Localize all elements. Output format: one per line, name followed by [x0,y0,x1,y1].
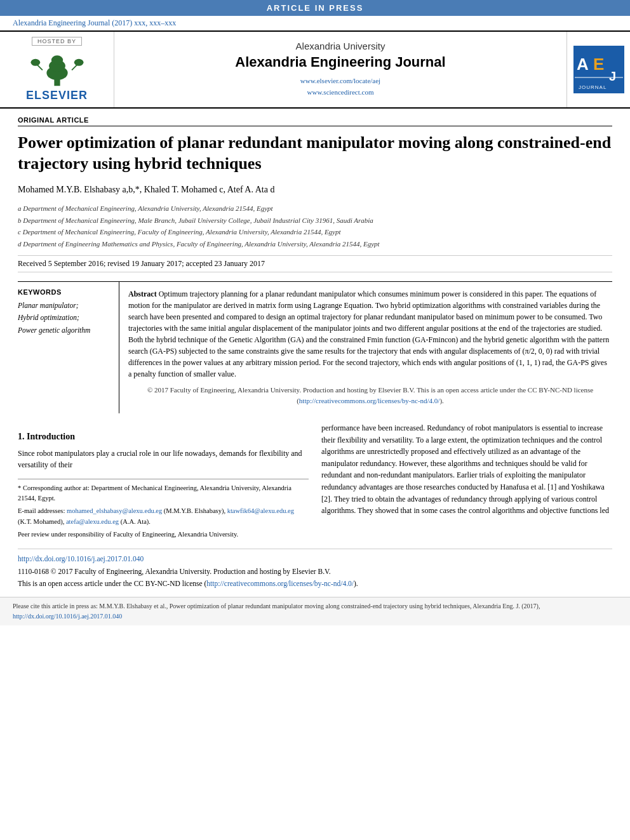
cc-link[interactable]: http://creativecommons.org/licenses/by-n… [299,397,440,404]
svg-text:A: A [577,55,589,74]
hosted-by-label: HOSTED BY [32,37,82,46]
open-access-text: This is an open access article under the… [18,580,358,587]
svg-text:JOURNAL: JOURNAL [579,84,607,90]
journal-links: www.elsevier.com/locate/aej www.scienced… [300,76,380,98]
affiliations: a Department of Mechanical Engineering, … [18,203,612,250]
journal-name: Alexandria Engineering Journal [235,54,445,70]
keyword-1: Planar manipulator; [18,300,112,312]
affil-a: a Department of Mechanical Engineering, … [18,203,612,215]
keyword-2: Hybrid optimization; [18,312,112,324]
open-access-prefix: This is an open access article under the… [18,580,206,587]
svg-text:J: J [609,69,616,83]
aej-badge-icon: A E J JOURNAL [573,46,624,93]
section-title: Introduction [27,432,75,441]
email-link-3[interactable]: atefa@alexu.edu.eg [66,518,119,525]
journal-title-area: Alexandria University Alexandria Enginee… [114,32,566,107]
banner-text: ARTICLE IN PRESS [267,3,364,13]
affil-c: c Department of Mechanical Engineering, … [18,226,612,238]
keyword-3: Power genetic algorithm [18,324,112,337]
affil-d: d Department of Engineering Mathematics … [18,238,612,250]
email-link-1[interactable]: mohamed_elshabasy@alexu.edu.eg [67,507,162,514]
footer-cite-text: Please cite this article in press as: M.… [13,603,540,610]
abstract-column: Abstract Optimum trajectory planning for… [119,282,612,413]
elsevier-tree-icon [29,50,86,88]
left-column: 1. Introduction Since robot manipulators… [18,422,309,540]
open-access-link[interactable]: http://creativecommons.org/licenses/by-n… [206,580,354,587]
abstract-section: KEYWORDS Planar manipulator; Hybrid opti… [18,281,612,413]
article-in-press-banner: ARTICLE IN PRESS [0,0,630,16]
body-columns: 1. Introduction Since robot manipulators… [18,422,612,540]
elsevier-name: ELSEVIER [26,89,88,102]
sciencedirect-link[interactable]: www.sciencedirect.com [307,88,374,96]
footnotes: * Corresponding author at: Department of… [18,479,309,540]
open-access-end: ). [354,580,358,587]
abstract-copyright: © 2017 Faculty of Engineering, Alexandri… [128,385,612,407]
svg-point-3 [51,55,62,65]
affil-b: b Department of Mechanical Engineering, … [18,215,612,227]
svg-point-7 [74,59,83,66]
svg-point-5 [30,59,40,66]
article-title: Power optimization of planar redundant m… [18,133,612,174]
footer-cite-link[interactable]: http://dx.doi.org/10.1016/j.aej.2017.01.… [13,613,122,620]
abstract-heading: Abstract [128,290,157,298]
copyright-text: © 2017 Faculty of Engineering, Alexandri… [147,386,593,405]
article-type: ORIGINAL ARTICLE [18,116,612,126]
svg-text:E: E [593,55,604,74]
intro-left-text: Since robot manipulators play a crucial … [18,448,309,471]
doi-bar: http://dx.doi.org/10.1016/j.aej.2017.01.… [18,549,612,590]
authors-text: Mohamed M.Y.B. Elshabasy a,b,*, Khaled T… [18,185,274,194]
elsevier-logo: ELSEVIER [26,50,88,102]
university-name: Alexandria University [296,41,385,51]
keywords-title: KEYWORDS [18,288,112,296]
footer-bar: Please cite this article in press as: M.… [0,597,630,625]
journal-link-bar: Alexandria Engineering Journal (2017) xx… [0,16,630,30]
copyright-doi: 1110-0168 © 2017 Faculty of Engineering,… [18,568,331,575]
authors-line: Mohamed M.Y.B. Elshabasy a,b,*, Khaled T… [18,183,612,196]
peer-review: Peer review under responsibility of Facu… [18,530,309,540]
aej-logo-area: A E J JOURNAL [566,32,630,107]
intro-heading: 1. Introduction [18,430,309,444]
article-dates: Received 5 September 2016; revised 19 Ja… [18,255,612,272]
elsevier-logo-area: HOSTED BY ELSEVIER [0,32,114,107]
section-number: 1. [18,432,25,441]
intro-right-text: performance have been increased. Redunda… [321,422,612,517]
doi-link[interactable]: http://dx.doi.org/10.1016/j.aej.2017.01.… [18,555,144,563]
journal-link-text: Alexandria Engineering Journal (2017) xx… [13,18,176,27]
journal-header: HOSTED BY ELSEVIER Alexandria University… [0,30,630,109]
corresponding-author: * Corresponding author at: Department of… [18,483,309,504]
email-link-2[interactable]: ktawfik64@alexu.edu.eg [227,507,294,514]
abstract-text: Optimum trajectory planning for a planar… [128,290,609,378]
keywords-column: KEYWORDS Planar manipulator; Hybrid opti… [18,282,119,413]
right-column: performance have been increased. Redunda… [321,422,612,540]
main-content: ORIGINAL ARTICLE Power optimization of p… [0,116,630,590]
aej-logo: A E J JOURNAL [573,46,624,93]
elsevier-link[interactable]: www.elsevier.com/locate/aej [300,77,380,84]
email-line: E-mail addresses: mohamed_elshabasy@alex… [18,506,309,527]
